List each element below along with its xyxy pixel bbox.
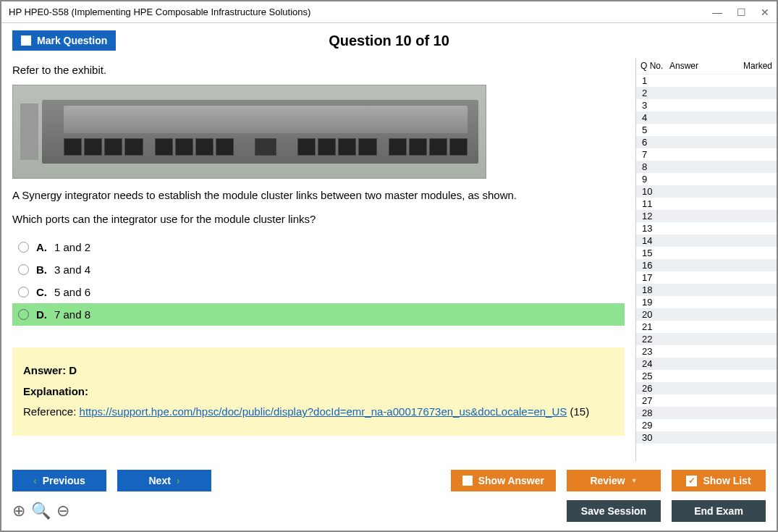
qlist-row[interactable]: 21 bbox=[636, 321, 777, 333]
qlist-row[interactable]: 20 bbox=[636, 308, 777, 321]
answer-panel: Answer: D Explanation: Reference: https:… bbox=[12, 347, 625, 436]
answer-label: Answer: D bbox=[23, 364, 77, 376]
exhibit-image bbox=[12, 85, 486, 179]
zoom-controls: ⊕ 🔍 ⊖ bbox=[12, 502, 69, 520]
previous-button[interactable]: ‹ Previous bbox=[12, 470, 106, 491]
radio-icon bbox=[18, 264, 29, 275]
prev-label: Previous bbox=[43, 475, 85, 486]
ref-suffix: (15) bbox=[567, 405, 589, 418]
qlist-row[interactable]: 30 bbox=[636, 431, 777, 444]
qlist-row[interactable]: 16 bbox=[636, 259, 777, 271]
hardware-module bbox=[42, 100, 478, 164]
save-session-button[interactable]: Save Session bbox=[567, 500, 661, 522]
choices-list: A. 1 and 2 B. 3 and 4 C. 5 and 6 D. 7 an… bbox=[12, 236, 625, 326]
col-qno: Q No. bbox=[640, 61, 669, 71]
sidebar-header: Q No. Answer Marked bbox=[636, 58, 777, 75]
checkbox-icon bbox=[21, 35, 31, 46]
qlist-row[interactable]: 17 bbox=[636, 271, 777, 284]
qlist-row[interactable]: 13 bbox=[636, 222, 777, 235]
show-answer-label: Show Answer bbox=[478, 475, 544, 486]
qlist-row[interactable]: 18 bbox=[636, 284, 777, 296]
qlist-row[interactable]: 10 bbox=[636, 185, 777, 198]
zoom-out-icon[interactable]: ⊖ bbox=[56, 502, 69, 520]
main: Refer to the exhibit. bbox=[1, 58, 777, 461]
qlist-row[interactable]: 27 bbox=[636, 394, 777, 407]
button-row-2: ⊕ 🔍 ⊖ Save Session End Exam bbox=[12, 500, 766, 522]
review-button[interactable]: Review ▼ bbox=[567, 470, 661, 491]
qlist-row[interactable]: 12 bbox=[636, 210, 777, 222]
choice-letter: A. bbox=[36, 241, 47, 253]
show-answer-button[interactable]: Show Answer bbox=[451, 470, 556, 491]
reference-line: Reference: https://support.hpe.com/hpsc/… bbox=[23, 402, 614, 423]
qlist-row[interactable]: 26 bbox=[636, 382, 777, 394]
radio-icon bbox=[18, 242, 29, 253]
qlist-row[interactable]: 11 bbox=[636, 198, 777, 210]
close-icon[interactable]: ✕ bbox=[761, 7, 769, 18]
qlist-row[interactable]: 2 bbox=[636, 87, 777, 99]
end-exam-button[interactable]: End Exam bbox=[672, 500, 766, 522]
header: Mark Question Question 10 of 10 bbox=[1, 23, 777, 58]
choice-text: 1 and 2 bbox=[54, 241, 90, 253]
qlist-row[interactable]: 8 bbox=[636, 161, 777, 173]
question-number-list[interactable]: 1234567891011121314151617181920212223242… bbox=[636, 75, 777, 461]
window-title: HP HPE0-S58 (Implementing HPE Composable… bbox=[9, 7, 712, 17]
show-list-label: Show List bbox=[703, 475, 750, 486]
next-label: Next bbox=[148, 475, 170, 486]
qlist-row[interactable]: 3 bbox=[636, 99, 777, 111]
question-counter: Question 10 of 10 bbox=[329, 33, 449, 49]
zoom-reset-icon[interactable]: 🔍 bbox=[31, 502, 51, 520]
qlist-row[interactable]: 19 bbox=[636, 296, 777, 308]
radio-icon bbox=[18, 309, 29, 320]
checkbox-icon bbox=[462, 476, 473, 486]
choice-a[interactable]: A. 1 and 2 bbox=[12, 236, 625, 258]
window-controls: — ☐ ✕ bbox=[712, 7, 769, 18]
show-list-button[interactable]: ✓ Show List bbox=[672, 470, 766, 491]
qlist-row[interactable]: 25 bbox=[636, 370, 777, 382]
intro-text: Refer to the exhibit. bbox=[12, 64, 625, 76]
qlist-row[interactable]: 6 bbox=[636, 136, 777, 148]
review-label: Review bbox=[590, 475, 625, 486]
minimize-icon[interactable]: — bbox=[712, 7, 722, 18]
ref-prefix: Reference: bbox=[23, 405, 80, 418]
qlist-row[interactable]: 14 bbox=[636, 235, 777, 247]
checked-icon: ✓ bbox=[686, 476, 697, 486]
qlist-row[interactable]: 9 bbox=[636, 173, 777, 185]
reference-link[interactable]: https://support.hpe.com/hpsc/doc/public/… bbox=[80, 405, 567, 418]
button-row-1: ‹ Previous Next › Show Answer Review ▼ ✓… bbox=[12, 470, 766, 491]
maximize-icon[interactable]: ☐ bbox=[737, 7, 746, 18]
next-button[interactable]: Next › bbox=[117, 470, 211, 491]
qlist-row[interactable]: 7 bbox=[636, 148, 777, 161]
qlist-row[interactable]: 22 bbox=[636, 333, 777, 345]
choice-text: 7 and 8 bbox=[54, 308, 90, 321]
qlist-row[interactable]: 5 bbox=[636, 124, 777, 136]
end-label: End Exam bbox=[694, 505, 743, 517]
question-body-2: Which ports can the integrator use for t… bbox=[12, 211, 625, 228]
mark-question-button[interactable]: Mark Question bbox=[12, 30, 116, 51]
question-list-sidebar: Q No. Answer Marked 12345678910111213141… bbox=[635, 58, 777, 461]
qlist-row[interactable]: 24 bbox=[636, 358, 777, 370]
choice-letter: C. bbox=[36, 286, 47, 298]
qlist-row[interactable]: 23 bbox=[636, 345, 777, 358]
radio-icon bbox=[18, 287, 29, 297]
choice-d[interactable]: D. 7 and 8 bbox=[12, 303, 625, 326]
mark-label: Mark Question bbox=[37, 35, 107, 46]
col-answer: Answer bbox=[669, 61, 736, 71]
footer: ‹ Previous Next › Show Answer Review ▼ ✓… bbox=[1, 461, 777, 531]
qlist-row[interactable]: 15 bbox=[636, 247, 777, 259]
explanation-label: Explanation: bbox=[23, 385, 88, 397]
choice-letter: B. bbox=[36, 263, 47, 276]
choice-b[interactable]: B. 3 and 4 bbox=[12, 258, 625, 281]
chevron-right-icon: › bbox=[177, 475, 180, 486]
question-body-1: A Synergy integrator needs to establish … bbox=[12, 187, 625, 204]
qlist-row[interactable]: 4 bbox=[636, 111, 777, 124]
app-window: HP HPE0-S58 (Implementing HPE Composable… bbox=[0, 0, 778, 532]
qlist-row[interactable]: 28 bbox=[636, 407, 777, 419]
dropdown-icon: ▼ bbox=[631, 477, 638, 484]
qlist-row[interactable]: 29 bbox=[636, 419, 777, 431]
qlist-row[interactable]: 1 bbox=[636, 75, 777, 87]
choice-c[interactable]: C. 5 and 6 bbox=[12, 281, 625, 303]
choice-letter: D. bbox=[36, 308, 47, 321]
zoom-in-icon[interactable]: ⊕ bbox=[12, 502, 25, 520]
choice-text: 5 and 6 bbox=[54, 286, 90, 298]
col-marked: Marked bbox=[736, 61, 772, 71]
